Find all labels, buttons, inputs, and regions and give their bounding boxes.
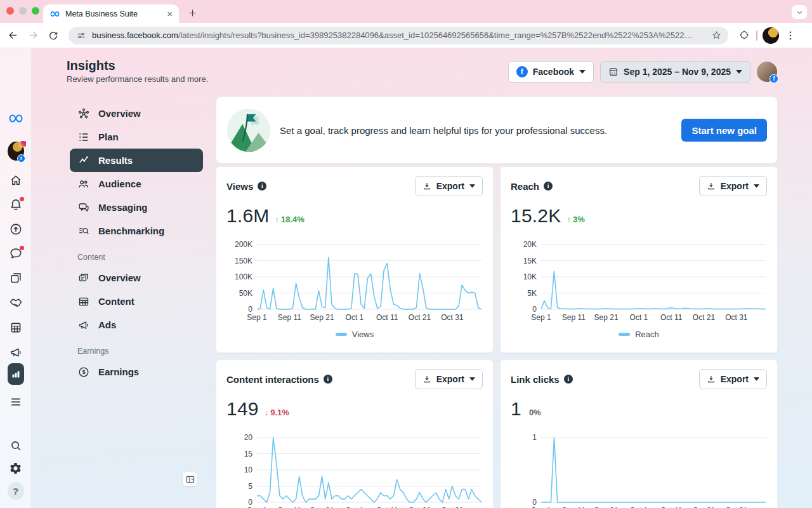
boost-icon[interactable] [8,221,24,237]
insights-icon[interactable] [8,366,24,382]
svg-text:Sep 11: Sep 11 [562,313,586,322]
back-button[interactable] [5,28,20,43]
svg-text:$: $ [82,369,85,375]
metric-value: 149 [226,398,259,420]
svg-text:Sep 1: Sep 1 [531,313,551,322]
sidebar-item-plan[interactable]: Plan [70,125,203,149]
info-icon[interactable]: i [564,375,573,384]
user-avatar[interactable]: f [757,62,777,82]
meta-favicon-icon [49,10,60,18]
content-interactions-card: Content interactions i Export 149 ↓9.1% … [216,359,494,508]
metric-cards-grid: Views i Export 1.6M ↑18.4% 200K150K100K5… [216,166,778,508]
meta-business-suite-app: f [0,48,812,508]
svg-text:Oct 11: Oct 11 [376,313,398,322]
sidebar-item-content-overview[interactable]: Overview [70,266,203,290]
earnings-section-label: Earnings [77,347,203,356]
download-icon [707,375,716,384]
new-tab-button[interactable] [185,6,199,20]
tab-close-icon[interactable]: × [167,9,173,18]
start-new-goal-button[interactable]: Start new goal [681,119,767,142]
svg-text:0: 0 [248,498,252,507]
sidebar-item-earnings[interactable]: $ Earnings [70,360,203,384]
help-icon[interactable]: ? [8,483,24,499]
svg-text:150K: 150K [235,257,252,265]
sidebar-item-overview[interactable]: Overview [70,102,203,125]
svg-text:15: 15 [244,450,253,458]
export-button[interactable]: Export [699,369,767,389]
sidebar-item-messaging[interactable]: Messaging [70,196,203,219]
page-subtitle: Review performance results and more. [67,74,208,84]
card-title: Reach [511,181,539,192]
svg-text:Oct 11: Oct 11 [660,313,683,322]
billing-table-icon[interactable] [8,319,24,336]
posts-icon[interactable] [8,270,24,286]
address-bar[interactable]: business.facebook.com/latest/insights/re… [69,27,728,44]
earnings-dollar-icon: $ [77,366,90,378]
sidebar-item-content[interactable]: Content [70,290,203,313]
svg-text:5: 5 [248,482,252,491]
close-window-button[interactable] [6,7,14,15]
zoom-window-button[interactable] [32,7,39,15]
handshake-icon[interactable] [8,295,24,311]
browser-tab[interactable]: Meta Business Suite × [43,4,179,23]
svg-text:0: 0 [532,305,537,314]
metric-delta: ↓9.1% [265,408,289,417]
facebook-icon: f [516,66,528,77]
views-chart: 200K150K100K50K0Sep 1Sep 11Sep 21Oct 1Oc… [226,238,484,322]
card-title: Content interactions [226,374,319,385]
download-icon [422,182,431,190]
svg-text:10: 10 [244,465,253,474]
settings-gear-icon[interactable] [8,460,24,476]
reload-button[interactable] [46,28,61,43]
extensions-icon[interactable] [736,28,751,43]
svg-text:0: 0 [248,305,252,314]
info-icon[interactable]: i [544,182,553,190]
benchmarking-icon [77,225,90,237]
metric-delta: ↑3% [566,215,584,224]
tab-title: Meta Business Suite [65,10,162,18]
metric-value: 15.2K [511,205,561,227]
business-avatar[interactable]: f [8,143,24,159]
sidebar-item-label: Ads [98,319,116,330]
ads-megaphone-icon [77,319,90,331]
platform-selector[interactable]: f Facebook [508,61,594,83]
browser-menu-icon[interactable] [784,28,797,43]
collapse-sidebar-button[interactable] [183,472,197,486]
export-button[interactable]: Export [415,369,483,389]
notifications-bell-icon[interactable] [8,196,24,213]
export-button[interactable]: Export [699,176,767,196]
export-label: Export [721,181,749,191]
chart-legend: Views [226,330,483,339]
card-title: Views [226,181,253,192]
info-icon[interactable]: i [324,375,332,384]
sidebar-item-results[interactable]: Results [70,149,203,172]
window-controls[interactable] [6,7,39,15]
chevron-down-icon [754,184,759,188]
ads-megaphone-icon[interactable] [8,344,24,361]
forward-button[interactable] [25,28,41,43]
notification-dot [20,197,24,201]
tab-strip-chevron-icon[interactable] [792,5,807,19]
meta-logo-icon[interactable] [8,110,24,126]
svg-text:20K: 20K [523,240,537,249]
bookmark-star-icon[interactable] [711,30,722,41]
export-button[interactable]: Export [415,176,483,196]
home-icon[interactable] [8,172,24,189]
site-controls-icon[interactable] [76,30,86,41]
info-icon[interactable]: i [258,182,266,190]
search-icon[interactable] [8,438,24,454]
sidebar-item-audience[interactable]: Audience [70,172,203,196]
sidebar-item-label: Content [98,296,134,307]
svg-text:1: 1 [532,433,537,442]
svg-text:Oct 31: Oct 31 [725,313,748,322]
sidebar-item-benchmarking[interactable]: Benchmarking [70,219,203,243]
date-range-selector[interactable]: Sep 1, 2025 – Nov 9, 2025 [600,61,750,83]
messages-icon[interactable] [8,245,24,262]
metric-value: 1.6M [226,205,270,227]
sidebar-item-label: Earnings [98,366,139,377]
sidebar-item-ads[interactable]: Ads [70,313,203,337]
minimize-window-button[interactable] [19,7,27,15]
url-text[interactable]: business.facebook.com/latest/insights/re… [92,30,705,40]
all-tools-menu-icon[interactable] [8,394,24,410]
chrome-profile-avatar[interactable] [763,27,779,44]
